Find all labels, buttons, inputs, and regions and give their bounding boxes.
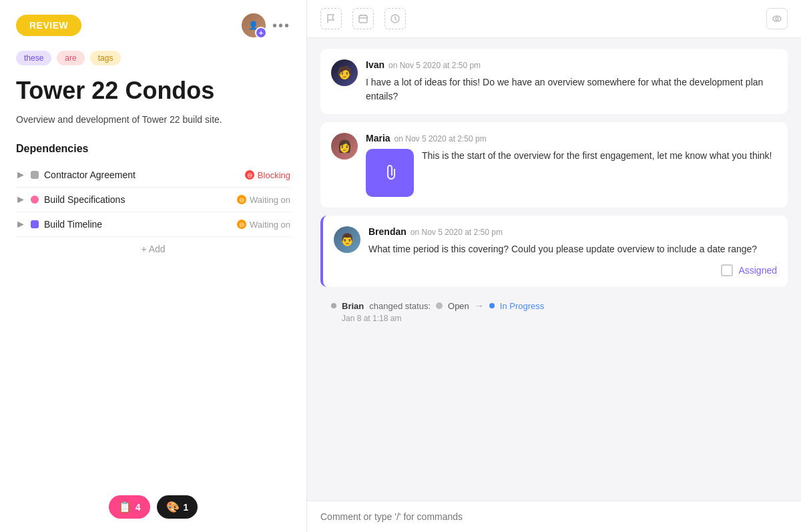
- more-options-button[interactable]: •••: [272, 18, 290, 33]
- dependencies-title: Dependencies: [16, 143, 290, 155]
- status-time: Jan 8 at 1:18 am: [331, 314, 777, 323]
- figma-count: 1: [184, 502, 189, 513]
- comment-header-ivan: Ivan on Nov 5 2020 at 2:50 pm: [366, 59, 777, 70]
- status-from-name: Open: [448, 301, 469, 311]
- figma-icon: 🎨: [166, 501, 180, 513]
- comment-header-brendan: Brendan on Nov 5 2020 at 2:50 pm: [368, 226, 777, 237]
- comment-time-maria: on Nov 5 2020 at 2:50 pm: [394, 134, 487, 144]
- comment-input[interactable]: [320, 511, 788, 522]
- avatar-maria: 👩: [331, 133, 358, 160]
- comment-time-ivan: on Nov 5 2020 at 2:50 pm: [388, 61, 481, 70]
- notion-count: 4: [136, 502, 141, 513]
- status-change-action: changed status:: [369, 301, 431, 311]
- dep-name-contractor: Contractor Agreement: [44, 170, 240, 180]
- comment-author-ivan: Ivan: [366, 59, 384, 70]
- notion-badge[interactable]: 📋 4: [109, 495, 150, 519]
- status-indicator-dot: [331, 303, 336, 308]
- figma-badge[interactable]: 🎨 1: [157, 495, 198, 519]
- waiting-label-timeline: Waiting on: [250, 220, 290, 230]
- dependencies-list: ► Contractor Agreement ⊖ Blocking ► Buil…: [16, 163, 290, 237]
- status-change-author: Brian: [342, 301, 364, 311]
- svg-rect-0: [359, 15, 367, 23]
- header-icons: [320, 8, 406, 29]
- clock-icon[interactable]: [384, 8, 406, 29]
- comment-text-maria: This is the start of the overview for th…: [422, 149, 772, 163]
- tags-row: these are tags: [16, 51, 290, 65]
- flag-icon[interactable]: [320, 8, 342, 29]
- dep-item-specs: ► Build Specifications ⊖ Waiting on: [16, 188, 290, 212]
- top-bar-right: 👤 + •••: [242, 13, 290, 37]
- tag-these[interactable]: these: [16, 51, 51, 65]
- left-panel: REVIEW 👤 + ••• these are tags Tower 22 C…: [0, 0, 307, 532]
- comment-body-ivan: Ivan on Nov 5 2020 at 2:50 pm I have a l…: [366, 59, 777, 103]
- add-user-icon[interactable]: +: [255, 27, 267, 39]
- status-change-row: Brian changed status: Open → In Progress: [331, 300, 777, 311]
- dep-status-timeline: ⊖ Waiting on: [237, 220, 290, 230]
- notion-icon: 📋: [118, 501, 131, 513]
- status-from-dot: [436, 302, 443, 309]
- comment-maria: 👩 Maria on Nov 5 2020 at 2:50 pm This is…: [320, 122, 788, 208]
- attachment-thumb[interactable]: [366, 149, 414, 197]
- comment-input-bar: [307, 501, 801, 532]
- avatar-group: 👤 +: [242, 13, 266, 37]
- comment-body-brendan: Brendan on Nov 5 2020 at 2:50 pm What ti…: [368, 226, 777, 276]
- page-description: Overview and development of Tower 22 bui…: [16, 113, 290, 127]
- comment-time-brendan: on Nov 5 2020 at 2:50 pm: [411, 228, 503, 237]
- avatar-main: 👤 +: [242, 13, 266, 37]
- comments-area: 🧑 Ivan on Nov 5 2020 at 2:50 pm I have a…: [307, 38, 801, 501]
- blocking-label: Blocking: [258, 170, 290, 180]
- right-header: [307, 0, 801, 38]
- comment-text-ivan: I have a lot of ideas for this! Do we ha…: [366, 75, 777, 103]
- tag-are[interactable]: are: [57, 51, 84, 65]
- calendar-icon[interactable]: [352, 8, 374, 29]
- dep-dot-timeline: [31, 220, 39, 228]
- eye-icon[interactable]: [766, 8, 788, 29]
- add-dependency-button[interactable]: + Add: [16, 244, 290, 254]
- comment-body-maria: Maria on Nov 5 2020 at 2:50 pm This is t…: [366, 133, 777, 197]
- assigned-label: Assigned: [738, 265, 777, 276]
- dep-item-contractor: ► Contractor Agreement ⊖ Blocking: [16, 163, 290, 188]
- top-bar: REVIEW 👤 + •••: [16, 13, 290, 37]
- comment-ivan: 🧑 Ivan on Nov 5 2020 at 2:50 pm I have a…: [320, 49, 788, 114]
- svg-point-2: [773, 16, 781, 21]
- dep-chevron-contractor[interactable]: ►: [16, 170, 25, 180]
- assigned-row: Assigned: [368, 264, 777, 276]
- status-to-name: In Progress: [500, 301, 544, 311]
- status-arrow: →: [475, 300, 484, 311]
- blocking-icon: ⊖: [245, 170, 254, 180]
- avatar-brendan: 👨: [334, 226, 360, 253]
- comment-brendan: 👨 Brendan on Nov 5 2020 at 2:50 pm What …: [320, 216, 788, 287]
- right-panel: 🧑 Ivan on Nov 5 2020 at 2:50 pm I have a…: [307, 0, 801, 532]
- attachment-preview: This is the start of the overview for th…: [366, 149, 777, 197]
- page-title: Tower 22 Condos: [16, 76, 290, 105]
- comment-author-brendan: Brendan: [368, 226, 407, 237]
- comment-text-brendan: What time period is this covering? Could…: [368, 242, 777, 256]
- comment-header-maria: Maria on Nov 5 2020 at 2:50 pm: [366, 133, 777, 144]
- avatar-ivan: 🧑: [331, 59, 358, 86]
- dep-status-contractor: ⊖ Blocking: [245, 170, 290, 180]
- dep-name-timeline: Build Timeline: [44, 219, 232, 230]
- dep-item-timeline: ► Build Timeline ⊖ Waiting on: [16, 212, 290, 237]
- review-button[interactable]: REVIEW: [16, 15, 81, 36]
- status-to-dot: [489, 303, 495, 308]
- waiting-icon-specs: ⊖: [237, 195, 246, 204]
- dep-name-specs: Build Specifications: [44, 194, 232, 205]
- dep-chevron-specs[interactable]: ►: [16, 195, 25, 204]
- waiting-label-specs: Waiting on: [250, 195, 290, 205]
- tag-tags[interactable]: tags: [90, 51, 121, 65]
- dep-dot-contractor: [31, 171, 39, 179]
- dep-dot-specs: [31, 196, 39, 204]
- dep-chevron-timeline[interactable]: ►: [16, 220, 25, 229]
- svg-point-3: [776, 17, 778, 20]
- waiting-icon-timeline: ⊖: [237, 220, 246, 229]
- bottom-bar: 📋 4 🎨 1: [0, 495, 306, 519]
- assigned-checkbox[interactable]: [721, 264, 733, 276]
- status-change: Brian changed status: Open → In Progress…: [320, 295, 788, 328]
- dep-status-specs: ⊖ Waiting on: [237, 195, 290, 205]
- comment-author-maria: Maria: [366, 133, 390, 144]
